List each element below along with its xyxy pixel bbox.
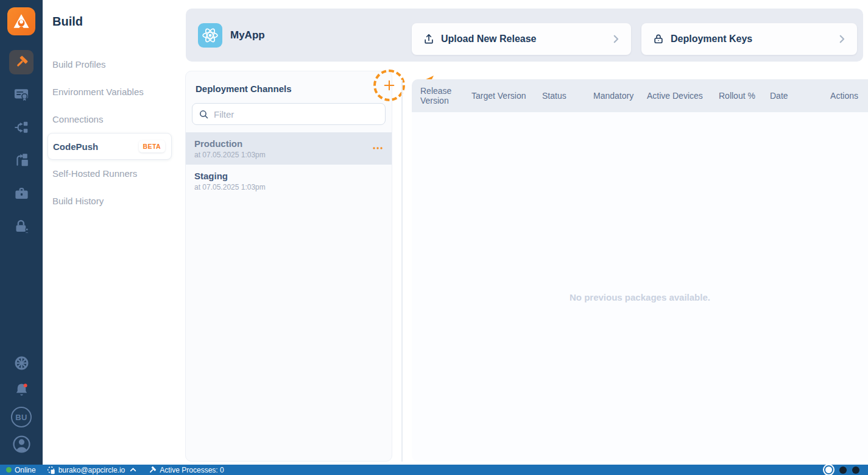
sidebar-item-connections[interactable]: Connections [43,105,177,133]
packages-table: Release Version Target Version Status Ma… [412,79,868,462]
column-target-version: Target Version [471,91,542,101]
empty-state-message: No previous packages available. [412,292,868,302]
queue-icon [47,466,55,474]
appcircle-logo[interactable] [0,7,43,35]
react-app-icon [198,23,222,48]
sidebar-item-self-hosted-runners[interactable]: Self-Hosted Runners [43,160,177,187]
channel-date: at 07.05.2025 1:03pm [194,151,392,159]
online-label: Online [15,466,36,474]
deployment-channels-panel: Deployment Channels Production at 07.05.… [185,71,392,462]
channel-name: Production [194,138,392,149]
rail-distribution-item[interactable] [0,120,43,135]
sidebar-item-label: Environment Variables [52,87,144,97]
settings-gear-icon [13,355,30,371]
appcircle-logo-icon [7,7,35,35]
certificate-icon [13,86,30,103]
sidebar-item-label: CodePush [53,141,98,152]
sidebar-item-label: Build Profiles [52,59,106,70]
deployment-keys-button[interactable]: Deployment Keys [641,23,857,55]
notifications-bell-icon [13,382,30,398]
rail-store-submit-item[interactable] [0,152,43,168]
chevron-up-icon[interactable] [129,466,137,474]
channel-filter[interactable] [192,103,386,125]
process-hammer-icon [148,466,157,474]
sidebar-menu: Build Profiles Environment Variables Con… [43,51,177,215]
rail-organization-item[interactable]: BU [0,407,43,427]
app-name: MyApp [230,29,265,41]
channel-list: Production at 07.05.2025 1:03pm Staging … [186,132,392,197]
upload-icon [423,33,435,45]
keys-button-label: Deployment Keys [671,34,752,45]
rail-enterprise-store-item[interactable] [0,185,43,202]
sidebar-item-label: Connections [52,114,103,124]
rail-notifications-item[interactable] [0,382,43,398]
channels-title: Deployment Channels [186,71,392,94]
build-hammer-icon [9,50,34,74]
icon-rail: BU [0,0,43,465]
theme-dim-button[interactable] [839,466,847,474]
rail-testing-distribution-item[interactable] [0,86,43,103]
channel-menu-icon[interactable] [372,145,383,152]
build-sidebar: Build Build Profiles Environment Variabl… [43,0,177,465]
rail-signing-identities-item[interactable] [0,218,43,235]
column-mandatory: Mandatory [593,91,647,101]
active-processes-label: Active Processes: 0 [160,466,224,474]
publish-flow-icon [13,152,29,168]
connection-status: Online [6,466,36,474]
theme-light-button[interactable] [825,466,832,473]
app-header: MyApp Upload New Release Deployment Keys [186,9,863,62]
online-status-dot [6,467,12,473]
column-release-version: Release Version [420,86,471,105]
account-email: burako@appcircle.io [58,466,125,474]
page-title: Build [43,0,177,29]
sidebar-item-environment-variables[interactable]: Environment Variables [43,78,177,105]
user-avatar-icon [12,435,31,454]
column-status: Status [542,91,593,101]
chevron-right-icon [836,34,847,45]
active-processes[interactable]: Active Processes: 0 [148,466,224,474]
lock-icon [652,33,665,45]
theme-switcher [825,466,859,474]
sidebar-item-label: Self-Hosted Runners [52,168,137,179]
rail-settings-item[interactable] [0,355,43,371]
table-header-row: Release Version Target Version Status Ma… [412,79,868,112]
column-rollout: Rollout % [719,91,770,101]
account-menu[interactable]: burako@appcircle.io [47,466,138,474]
channel-item-production[interactable]: Production at 07.05.2025 1:03pm [186,132,392,165]
lock-user-icon [13,218,30,235]
status-bar: Online burako@appcircle.io Active Proces… [0,465,868,475]
upload-button-label: Upload New Release [441,34,537,45]
channel-date: at 07.05.2025 1:03pm [194,183,392,191]
panel-divider[interactable] [401,80,403,462]
beta-badge: BETA [139,140,165,152]
sidebar-item-label: Build History [52,196,104,206]
filter-input[interactable] [214,109,378,120]
column-active-devices: Active Devices [647,91,719,101]
search-icon [199,109,209,120]
add-channel-button[interactable] [381,77,398,94]
channel-item-staging[interactable]: Staging at 07.05.2025 1:03pm [186,165,392,197]
table-body: No previous packages available. [412,112,868,462]
upload-new-release-button[interactable]: Upload New Release [412,23,631,55]
rail-profile-item[interactable] [0,435,43,454]
column-actions: Actions [825,91,868,101]
plus-icon [383,79,396,92]
sidebar-item-codepush[interactable]: CodePush BETA [48,133,172,160]
sidebar-item-build-history[interactable]: Build History [43,187,177,215]
channel-name: Staging [194,171,392,182]
rail-build-item[interactable] [0,50,43,74]
organization-avatar: BU [11,407,32,427]
briefcase-icon [13,185,30,202]
chevron-right-icon [610,34,621,45]
theme-dark-button[interactable] [852,466,859,474]
sidebar-item-build-profiles[interactable]: Build Profiles [43,51,177,78]
column-date: Date [770,91,825,101]
branch-flow-icon [13,120,29,135]
